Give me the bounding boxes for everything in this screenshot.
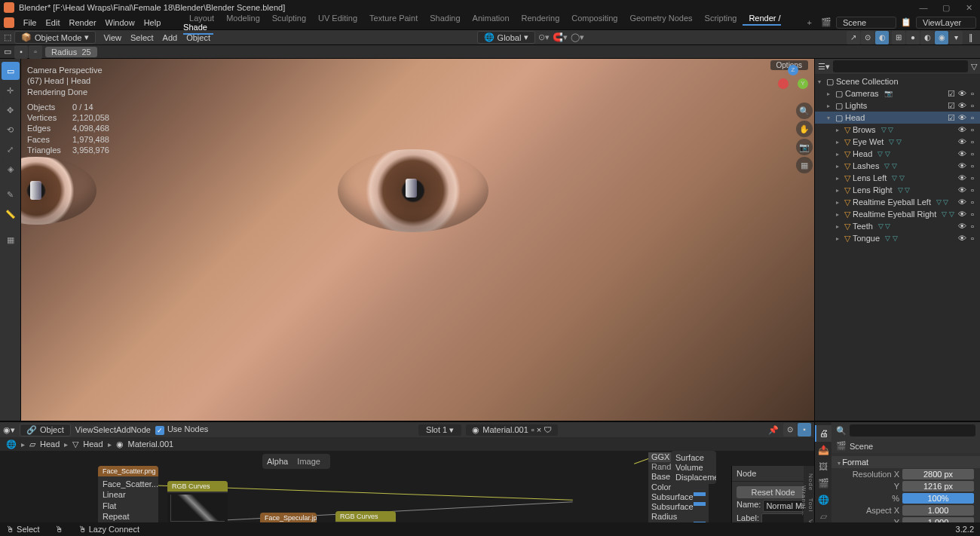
reset-node-button[interactable]: Reset Node xyxy=(737,486,810,498)
slot-selector[interactable]: Slot 1 ▾ xyxy=(418,424,461,436)
ptab-render[interactable]: 🖨 xyxy=(815,425,831,442)
tree-item[interactable]: ▸▽ Teeth▽ ▽👁▫ xyxy=(815,220,980,232)
wireframe-shading-icon[interactable]: ⊞ xyxy=(892,31,905,44)
view-menu-object[interactable]: Object xyxy=(182,32,215,43)
resolution-x-field[interactable]: 2800 px xyxy=(902,469,974,479)
resolution-y-field[interactable]: 1216 px xyxy=(902,481,974,492)
aspect-x-field[interactable]: 1.000 xyxy=(902,505,974,516)
scene-datablock[interactable]: Scene xyxy=(850,442,873,451)
view-menu-select[interactable]: Select xyxy=(126,32,158,43)
radius-field[interactable]: Radius 25 xyxy=(45,47,97,57)
menu-help[interactable]: Help xyxy=(139,17,166,29)
measure-tool[interactable]: 📏 xyxy=(2,205,20,223)
tree-item[interactable]: ▸▽ Realtime Eyeball Right▽ ▽👁▫ xyxy=(815,208,980,220)
overlay-toggle-icon[interactable]: ⊙ xyxy=(861,31,874,44)
tree-item[interactable]: ▸▽ Tongue▽ ▽👁▫ xyxy=(815,232,980,244)
node-material-output[interactable]: SurfaceVolumeDisplacement xyxy=(671,451,716,484)
tree-item[interactable]: ▸▽ Eye Wet▽ ▽👁▫ xyxy=(815,136,980,148)
ne-menu-add[interactable]: Add xyxy=(116,425,131,434)
bc-world-icon[interactable]: 🌐 xyxy=(6,440,17,449)
ne-object-mode[interactable]: 🔗 Object xyxy=(20,424,71,436)
prop-search[interactable] xyxy=(850,424,975,436)
tree-cameras[interactable]: ▸▢ Cameras📷☑👁▫ xyxy=(815,87,980,100)
pin-icon[interactable]: 📌 xyxy=(768,425,779,435)
gizmo-x-axis[interactable] xyxy=(778,78,789,89)
solid-shading-icon[interactable]: ● xyxy=(906,31,920,44)
snap-icon[interactable]: 🧲▾ xyxy=(553,32,568,42)
add-workspace-button[interactable]: + xyxy=(807,18,812,27)
zoom-icon[interactable]: 🔍 xyxy=(796,103,813,119)
node-reroute-alpha[interactable]: Alpha Image xyxy=(262,454,330,469)
view-menu-view[interactable]: View xyxy=(99,32,126,43)
outliner-editor-icon[interactable]: ☰▾ xyxy=(818,62,830,72)
annotate-tool[interactable]: ✎ xyxy=(2,185,20,204)
close-button[interactable]: ✕ xyxy=(957,3,980,13)
tree-lights[interactable]: ▸▢ Lights☑👁▫ xyxy=(815,100,980,112)
ptab-scene[interactable]: 🎬 xyxy=(815,475,831,492)
mode-selector[interactable]: 📦 Object Mode ▾ xyxy=(14,31,96,44)
ptab-output[interactable]: 📤 xyxy=(815,442,831,458)
tree-item[interactable]: ▸▽ Head▽ ▽👁▫ xyxy=(815,148,980,160)
pause-icon[interactable]: ‖ xyxy=(969,32,973,42)
select-box-tool[interactable]: ▭ xyxy=(2,62,20,80)
ne-menu-node[interactable]: Node xyxy=(131,425,151,434)
pivot-icon[interactable]: ⊙▾ xyxy=(538,32,550,42)
ne-menu-view[interactable]: View xyxy=(75,425,93,434)
tree-head-collection[interactable]: ▾▢ Head☑👁▫ xyxy=(815,112,980,124)
rotate-tool[interactable]: ⟲ xyxy=(2,121,20,139)
menu-window[interactable]: Window xyxy=(101,17,139,29)
menu-render[interactable]: Render xyxy=(64,17,100,29)
matprev-shading-icon[interactable]: ◐ xyxy=(920,31,934,44)
transform-tool[interactable]: ◈ xyxy=(2,160,20,178)
gizmo-toggle-icon[interactable]: ↗ xyxy=(847,31,860,44)
resolution-pct-field[interactable]: 100% xyxy=(902,493,974,504)
minimize-button[interactable]: — xyxy=(912,3,935,13)
perspective-icon[interactable]: ▦ xyxy=(796,157,813,173)
outliner-search[interactable] xyxy=(833,60,968,72)
scale-tool[interactable]: ⤢ xyxy=(2,140,20,158)
tree-item[interactable]: ▸▽ Brows▽ ▽👁▫ xyxy=(815,124,980,136)
scene-icon: 🎬 xyxy=(821,17,831,27)
gizmo-z-axis[interactable]: Z xyxy=(788,65,798,75)
maximize-button[interactable]: ▢ xyxy=(935,3,957,13)
camera-icon[interactable]: 📷 xyxy=(796,139,813,155)
editor-type-icon[interactable]: ⬚ xyxy=(4,32,11,42)
blender-logo-icon[interactable] xyxy=(4,17,14,28)
tree-item[interactable]: ▸▽ Lashes▽ ▽👁▫ xyxy=(815,160,980,172)
xray-toggle-icon[interactable]: ◐ xyxy=(875,31,889,44)
orientation-selector[interactable]: 🌐 Global ▾ xyxy=(477,31,536,44)
navigation-gizmo[interactable]: Z Y xyxy=(778,65,808,95)
cursor-tool[interactable]: ✛ xyxy=(2,81,20,100)
move-tool[interactable]: ✥ xyxy=(2,101,20,119)
ne-editor-icon[interactable]: ◉▾ xyxy=(3,425,15,435)
3d-viewport[interactable]: Options Camera Perspective (67) Head | H… xyxy=(21,59,814,421)
gizmo-y-axis[interactable]: Y xyxy=(798,78,808,89)
ne-overlay-icon[interactable]: ⊙ xyxy=(783,423,797,436)
view-menu-add[interactable]: Add xyxy=(158,32,182,43)
sel-mode-2[interactable]: ▫ xyxy=(29,45,42,59)
ne-menu-select[interactable]: Select xyxy=(93,425,116,434)
ne-snap-icon[interactable]: ▪ xyxy=(798,423,811,436)
tree-item[interactable]: ▸▽ Realtime Eyeball Left▽ ▽👁▫ xyxy=(815,196,980,208)
filter-icon[interactable]: ▽ xyxy=(971,62,977,72)
tree-item[interactable]: ▸▽ Lens Left▽ ▽👁▫ xyxy=(815,172,980,184)
material-selector[interactable]: ◉ Material.001 ▫ × 🛡 xyxy=(466,424,558,436)
ptab-viewlayer[interactable]: 🖼 xyxy=(815,458,831,475)
use-nodes-checkbox[interactable]: Use Nodes xyxy=(155,424,208,434)
rendered-shading-icon[interactable]: ◉ xyxy=(935,31,948,44)
scene-selector[interactable]: Scene xyxy=(836,17,896,29)
menu-edit[interactable]: Edit xyxy=(41,17,65,29)
viewlayer-selector[interactable]: ViewLayer xyxy=(916,17,976,29)
search-icon[interactable]: 🔍 xyxy=(836,426,847,436)
curve-preview[interactable] xyxy=(167,493,228,523)
menu-file[interactable]: File xyxy=(19,17,41,29)
proportional-icon[interactable]: ◯▾ xyxy=(571,32,584,42)
panel-format[interactable]: Format xyxy=(831,456,980,468)
tree-scene-collection[interactable]: ▾▢ Scene Collection xyxy=(815,75,980,87)
ptab-world[interactable]: 🌐 xyxy=(815,492,831,508)
shading-dropdown-icon[interactable]: ▾ xyxy=(949,31,963,44)
pan-icon[interactable]: ✋ xyxy=(796,121,813,137)
sel-mode-1[interactable]: ▪ xyxy=(14,45,28,59)
tree-item[interactable]: ▸▽ Lens Right▽ ▽👁▫ xyxy=(815,184,980,196)
add-tool[interactable]: ▦ xyxy=(2,231,20,249)
